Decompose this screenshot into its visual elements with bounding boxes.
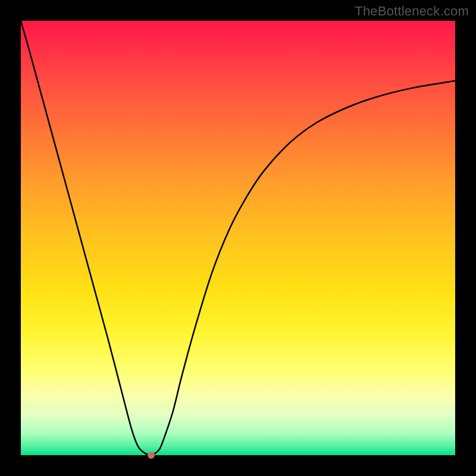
chart-plot-area (21, 21, 455, 455)
chart-minimum-marker (148, 452, 155, 459)
watermark-text: TheBottleneck.com (355, 4, 469, 19)
bottleneck-curve-path (21, 21, 455, 455)
chart-curve-svg (21, 21, 455, 455)
